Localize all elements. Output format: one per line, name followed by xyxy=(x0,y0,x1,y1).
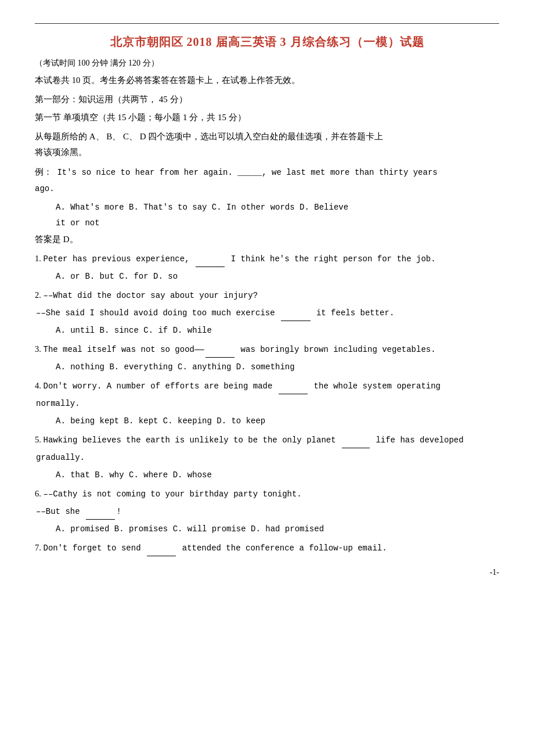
q3-blank xyxy=(205,342,234,358)
question-4: 4. Don't worry. A number of efforts are … xyxy=(35,378,499,394)
q7-blank xyxy=(147,541,176,556)
q3-text: The meal itself was not so good—— was bo… xyxy=(44,345,436,354)
q4-num: 4. xyxy=(35,381,41,390)
example-block: 例： It's so nice to hear from her again. … xyxy=(35,164,499,197)
question-6b: ––But she ! xyxy=(36,503,499,520)
q5-options: A. that B. why C. where D. whose xyxy=(56,467,499,483)
q6-num: 6. xyxy=(35,489,41,498)
instruction-text: 从每题所给的 A、 B、 C、 D 四个选项中，选出可以填入空白处的最佳选项，并… xyxy=(35,129,499,161)
q6-blank xyxy=(86,504,115,520)
q4-options: A. being kept B. kept C. keeping D. to k… xyxy=(56,413,499,429)
page-number: -1- xyxy=(35,568,499,577)
q5-text: Hawking believes the earth is unlikely t… xyxy=(44,435,464,445)
question-6: 6. ––Cathy is not coming to your birthda… xyxy=(35,486,499,502)
question-2b: ––She said I should avoid doing too much… xyxy=(36,305,499,321)
q3-num: 3. xyxy=(35,344,41,354)
question-4b: normally. xyxy=(36,395,499,412)
answer-label: 答案是 D。 xyxy=(35,234,499,245)
exam-subtitle: （考试时间 100 分钟 满分 120 分） xyxy=(35,58,499,69)
q4-text: Don't worry. A number of efforts are bei… xyxy=(44,381,441,391)
q2-options: A. until B. since C. if D. while xyxy=(56,322,499,338)
section1-header: 第一部分：知识运用（共两节， 45 分） xyxy=(35,92,499,107)
q1-options: A. or B. but C. for D. so xyxy=(56,268,499,284)
question-5b: gradually. xyxy=(36,449,499,466)
example-options: A. What's more B. That's to say C. In ot… xyxy=(56,199,499,231)
q2-blank xyxy=(281,305,310,321)
question-7: 7. Don't forget to send attended the con… xyxy=(35,540,499,556)
top-divider xyxy=(35,23,499,24)
q5-num: 5. xyxy=(35,435,41,444)
q7-text: Don't forget to send attended the confer… xyxy=(44,543,387,553)
q3-options: A. nothing B. everything C. anything D. … xyxy=(56,359,499,375)
question-2: 2. ––What did the doctor say about your … xyxy=(35,287,499,304)
q6-text: ––Cathy is not coming to your birthday p… xyxy=(44,489,302,499)
q2-num: 2. xyxy=(35,290,41,300)
q1-num: 1. xyxy=(35,254,41,263)
q2-text: ––What did the doctor say about your inj… xyxy=(44,291,258,300)
question-3: 3. The meal itself was not so good—— was… xyxy=(35,341,499,358)
q5-blank xyxy=(342,433,370,448)
section1-sub-header: 第一节 单项填空（共 15 小题；每小题 1 分，共 15 分） xyxy=(35,110,499,125)
exam-info: 本试卷共 10 页。考生务必将答案答在答题卡上，在试卷上作答无效。 xyxy=(35,73,499,88)
q7-num: 7. xyxy=(35,543,41,552)
q1-text: Peter has previous experience, I think h… xyxy=(44,254,436,264)
exam-title: 北京市朝阳区 2018 届高三英语 3 月综合练习（一模）试题 xyxy=(35,34,499,50)
question-5: 5. Hawking believes the earth is unlikel… xyxy=(35,432,499,448)
q6-options: A. promised B. promises C. will promise … xyxy=(56,521,499,537)
q4-blank xyxy=(279,379,308,394)
question-1: 1. Peter has previous experience, I thin… xyxy=(35,251,499,267)
q1-blank xyxy=(196,251,225,267)
